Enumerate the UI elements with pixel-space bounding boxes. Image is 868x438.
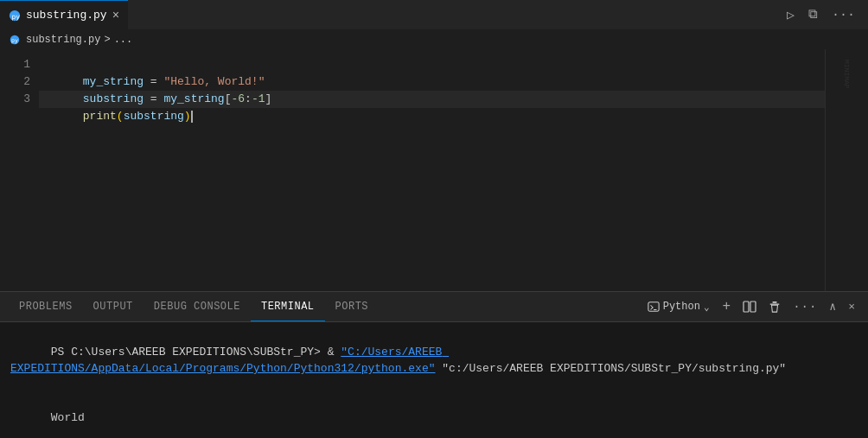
terminal-command-amp: & [321,346,341,359]
maximize-panel-button[interactable]: ∧ [825,298,840,315]
breadcrumb: py substring.py > ... [0,30,868,49]
line-number-1: 1 [0,56,30,73]
svg-rect-9 [770,304,780,305]
python-file-icon: py [9,10,21,22]
add-terminal-button[interactable]: + [718,297,736,316]
svg-rect-7 [750,302,756,312]
code-content[interactable]: my_string = "Hello, World!" substring = … [39,49,825,291]
more-icon: ··· [793,300,817,314]
panel-tabs-left: PROBLEMS OUTPUT DEBUG CONSOLE TERMINAL P… [9,292,379,321]
python-label: Python [663,301,700,313]
terminal-line-1: PS C:\Users\AREEB EXPEDITIONS\SUBStr_PY>… [10,327,858,393]
breadcrumb-file-icon: py [9,34,21,46]
bottom-panel: PROBLEMS OUTPUT DEBUG CONSOLE TERMINAL P… [0,291,868,438]
svg-text:py: py [11,37,18,44]
line-numbers: 1 2 3 [0,49,39,291]
breadcrumb-ellipsis: ... [114,34,133,46]
python-terminal-selector[interactable]: Python ⌄ [642,299,715,314]
editor-area: 1 2 3 my_string = "Hello, World!" substr… [0,49,868,291]
close-panel-icon: × [848,301,855,314]
line-number-2: 2 [0,73,30,91]
terminal-output-1: World [10,393,858,438]
svg-text:py: py [12,12,21,20]
more-panel-actions[interactable]: ··· [788,298,821,315]
code-var-substring: substring [83,92,144,105]
svg-rect-8 [773,302,777,303]
text-cursor [191,111,193,123]
tab-ports[interactable]: PORTS [325,292,380,321]
breadcrumb-separator: > [104,34,110,46]
terminal-icon [648,301,660,313]
terminal-script-arg: "c:/Users/AREEB EXPEDITIONS/SUBStr_PY/su… [435,362,786,375]
code-var-my-string: my_string [83,75,144,88]
code-line-1: my_string = "Hello, World!" [39,56,825,73]
trash-icon [769,301,781,313]
run-icon[interactable]: ▷ [782,4,799,26]
code-func-print: print [83,110,117,123]
more-actions-icon[interactable]: ··· [827,5,859,25]
svg-rect-6 [744,302,749,312]
terminal-prompt-1: PS C:\Users\AREEB EXPEDITIONS\SUBStr_PY> [51,346,321,359]
close-panel-button[interactable]: × [844,299,859,315]
split-editor-icon[interactable]: ⧉ [804,4,822,25]
tab-bar: py substring.py × ▷ ⧉ ··· [0,0,868,30]
tab-bar-right: ▷ ⧉ ··· [782,4,868,26]
tab-close-button[interactable]: × [112,9,119,22]
kill-terminal-button[interactable] [764,299,785,314]
tab-substring-py[interactable]: py substring.py × [0,0,128,29]
terminal-content[interactable]: PS C:\Users\AREEB EXPEDITIONS\SUBStr_PY>… [0,322,868,438]
minimap: MINIMAP [825,49,868,291]
terminal-output-world: World [51,411,85,424]
tab-bar-left: py substring.py × [0,0,128,29]
panel-tabs-right: Python ⌄ + ··· [642,297,859,316]
line-number-3: 3 [0,91,30,108]
tab-filename: substring.py [26,9,107,22]
tab-problems[interactable]: PROBLEMS [9,292,83,321]
tab-debug-console[interactable]: DEBUG CONSOLE [144,292,251,321]
split-terminal-button[interactable] [738,298,761,315]
tab-terminal[interactable]: TERMINAL [251,292,325,321]
panel-tabs: PROBLEMS OUTPUT DEBUG CONSOLE TERMINAL P… [0,292,868,322]
chevron-down-icon: ⌄ [704,302,710,313]
add-icon: + [723,299,731,314]
chevron-up-icon: ∧ [829,300,836,314]
breadcrumb-filename[interactable]: substring.py [26,34,100,46]
split-terminal-icon [743,300,756,314]
tab-output[interactable]: OUTPUT [83,292,144,321]
